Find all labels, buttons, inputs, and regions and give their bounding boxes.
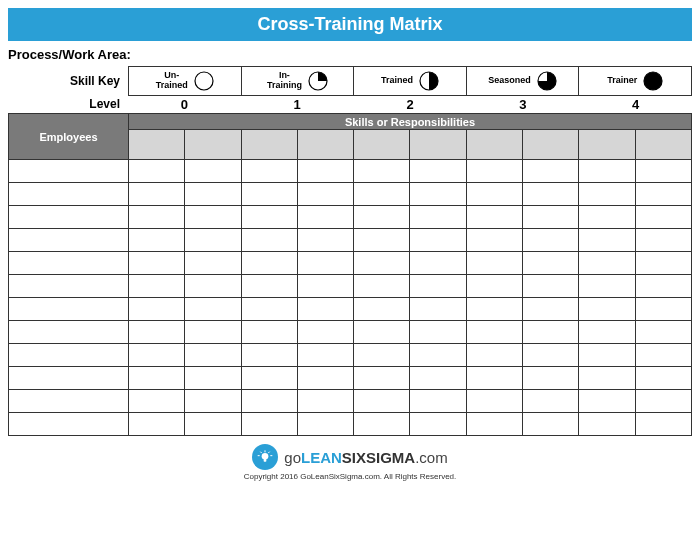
matrix-cell [410, 229, 466, 252]
skill-key-text: Trained [381, 76, 413, 86]
matrix-cell [579, 390, 635, 413]
matrix-cell [241, 367, 297, 390]
matrix-cell [129, 321, 185, 344]
matrix-cell [579, 275, 635, 298]
matrix-cell [129, 252, 185, 275]
table-row [9, 183, 692, 206]
matrix-cell [635, 390, 691, 413]
matrix-cell [241, 206, 297, 229]
matrix-cell [466, 298, 522, 321]
skill-column-header [410, 130, 466, 160]
skills-header: Skills or Responsibilities [129, 114, 692, 130]
matrix-cell [354, 367, 410, 390]
matrix-cell [129, 367, 185, 390]
svg-rect-7 [264, 459, 267, 462]
matrix-cell [579, 183, 635, 206]
matrix-cell [185, 275, 241, 298]
matrix-cell [185, 321, 241, 344]
level-number: 4 [579, 96, 692, 113]
employee-cell [9, 390, 129, 413]
matrix-cell [410, 367, 466, 390]
matrix-cell [466, 229, 522, 252]
matrix-cell [523, 413, 579, 436]
table-row [9, 206, 692, 229]
matrix-cell [354, 413, 410, 436]
matrix-cell [466, 275, 522, 298]
matrix-cell [129, 206, 185, 229]
matrix-cell [241, 229, 297, 252]
skill-column-header [354, 130, 410, 160]
level-number: 3 [466, 96, 579, 113]
matrix-cell [185, 390, 241, 413]
matrix-cell [129, 413, 185, 436]
svg-line-11 [261, 452, 262, 453]
matrix-cell [523, 206, 579, 229]
matrix-cell [635, 160, 691, 183]
matrix-cell [466, 344, 522, 367]
matrix-cell [297, 183, 353, 206]
matrix-cell [185, 252, 241, 275]
skill-key-text: Seasoned [488, 76, 531, 86]
matrix-cell [523, 160, 579, 183]
level-label: Level [8, 97, 128, 113]
employee-cell [9, 229, 129, 252]
matrix-cell [579, 321, 635, 344]
matrix-cell [635, 298, 691, 321]
svg-point-6 [262, 453, 269, 460]
matrix-cell [410, 298, 466, 321]
matrix-cell [354, 183, 410, 206]
level-number: 2 [354, 96, 467, 113]
employee-cell [9, 413, 129, 436]
matrix-cell [185, 413, 241, 436]
employee-cell [9, 321, 129, 344]
matrix-cell [410, 321, 466, 344]
matrix-cell [241, 252, 297, 275]
skill-key-text: Trainer [607, 76, 637, 86]
matrix-cell [129, 390, 185, 413]
matrix-cell [579, 206, 635, 229]
table-row [9, 390, 692, 413]
matrix-cell [297, 390, 353, 413]
table-row [9, 344, 692, 367]
matrix-cell [579, 344, 635, 367]
matrix-cell [129, 183, 185, 206]
skill-column-header [579, 130, 635, 160]
svg-point-0 [195, 72, 213, 90]
matrix-cell [297, 206, 353, 229]
matrix-cell [297, 160, 353, 183]
employee-cell [9, 344, 129, 367]
matrix-cell [354, 275, 410, 298]
skill-key-text: In-Training [267, 71, 302, 91]
matrix-cell [241, 390, 297, 413]
matrix-cell [185, 298, 241, 321]
employee-cell [9, 206, 129, 229]
table-row [9, 160, 692, 183]
matrix-cell [241, 298, 297, 321]
matrix-cell [635, 413, 691, 436]
matrix-cell [241, 275, 297, 298]
matrix-cell [297, 275, 353, 298]
employee-cell [9, 252, 129, 275]
matrix-cell [241, 160, 297, 183]
matrix-cell [523, 321, 579, 344]
matrix-cell [410, 413, 466, 436]
svg-line-12 [269, 452, 270, 453]
matrix-cell [354, 321, 410, 344]
matrix-cell [523, 344, 579, 367]
copyright: Copyright 2016 GoLeanSixSigma.com. All R… [244, 472, 457, 481]
matrix-cell [185, 206, 241, 229]
matrix-cell [129, 275, 185, 298]
matrix-cell [466, 183, 522, 206]
matrix-cell [523, 298, 579, 321]
matrix-cell [466, 160, 522, 183]
skill-key-text: Un-Trained [156, 71, 188, 91]
matrix-cell [466, 367, 522, 390]
matrix-cell [466, 413, 522, 436]
matrix-cell [241, 344, 297, 367]
table-row [9, 252, 692, 275]
matrix-cell [241, 321, 297, 344]
level-row: Level 01234 [0, 96, 700, 113]
employee-cell [9, 160, 129, 183]
matrix-cell [635, 367, 691, 390]
matrix-cell [579, 298, 635, 321]
